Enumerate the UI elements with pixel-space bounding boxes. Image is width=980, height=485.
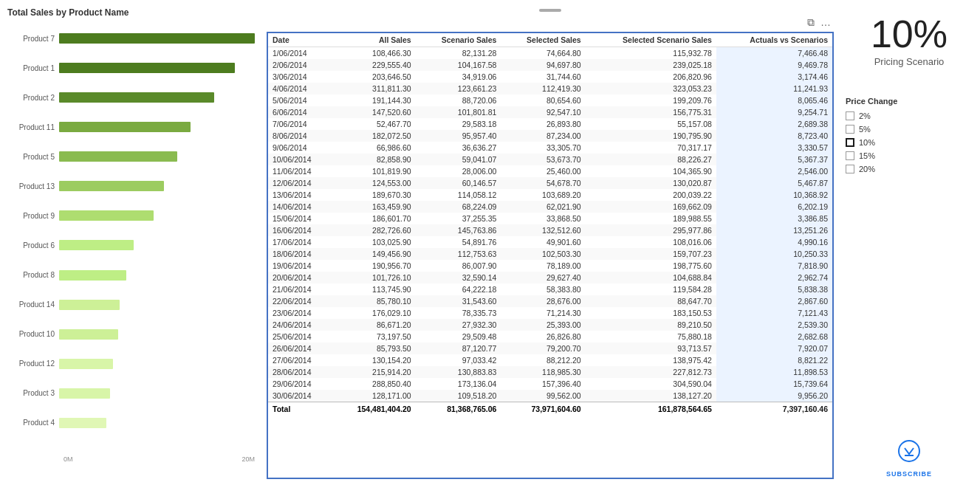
- bar-row: Product 6: [7, 237, 255, 253]
- table-cell: 9,254.71: [716, 106, 832, 118]
- table-cell: 130,883.83: [416, 366, 501, 378]
- bar-label: Product 8: [7, 271, 59, 279]
- table-cell: 25/06/2014: [268, 331, 332, 343]
- price-change-item[interactable]: 10%: [846, 138, 875, 147]
- table-cell: 80,654.60: [501, 94, 585, 106]
- table-cell: 8,065.46: [716, 94, 832, 106]
- table-row: 5/06/2014191,144.3088,720.0680,654.60199…: [268, 94, 832, 106]
- table-cell: 5/06/2014: [268, 94, 332, 106]
- bar-label: Product 12: [7, 360, 59, 368]
- table-row: 29/06/2014288,850.40173,136.04157,396.40…: [268, 378, 832, 390]
- more-options-icon[interactable]: …: [820, 16, 831, 29]
- bar-label: Product 2: [7, 94, 59, 102]
- table-cell: 8,821.22: [716, 354, 832, 366]
- drag-handle[interactable]: [539, 9, 561, 12]
- price-change-checkbox[interactable]: [846, 138, 854, 147]
- price-change-checkbox[interactable]: [846, 151, 854, 160]
- table-cell: 13/06/2014: [268, 189, 332, 201]
- price-change-checkbox[interactable]: [846, 111, 854, 120]
- table-row: 7/06/201452,467.7029,583.1826,893.8055,1…: [268, 118, 832, 130]
- table-total-cell: 81,368,765.06: [416, 402, 501, 416]
- table-cell: 101,726.10: [332, 272, 415, 283]
- table-cell: 66,986.60: [332, 142, 415, 154]
- table-row: 15/06/2014186,601.7037,255.3533,868.5018…: [268, 213, 832, 224]
- price-change-checkbox[interactable]: [846, 165, 854, 173]
- table-cell: 163,459.90: [332, 201, 415, 213]
- bar-fill: [59, 151, 177, 162]
- table-cell: 104,365.90: [586, 165, 716, 177]
- table-cell: 9,956.20: [716, 390, 832, 402]
- table-cell: 37,255.35: [416, 213, 501, 224]
- table-cell: 53,673.70: [501, 154, 585, 165]
- table-row: 25/06/201473,197.5029,509.4826,826.8075,…: [268, 331, 832, 343]
- bar-label: Product 5: [7, 153, 59, 161]
- price-change-checkbox[interactable]: [846, 125, 854, 134]
- table-cell: 5,838.38: [716, 283, 832, 295]
- price-change-item[interactable]: 15%: [846, 151, 875, 160]
- bar-label: Product 7: [7, 35, 59, 43]
- table-cell: 7,466.48: [716, 47, 832, 60]
- bar-chart-panel: Total Sales by Product Name Product 7Pro…: [0, 0, 262, 485]
- table-cell: 229,555.40: [332, 59, 415, 71]
- price-change-title: Price Change: [846, 97, 897, 106]
- bar-row: Product 11: [7, 119, 255, 135]
- bar-row: Product 1: [7, 60, 255, 76]
- table-cell: 145,763.86: [416, 224, 501, 236]
- table-cell: 36,636.27: [416, 142, 501, 154]
- table-cell: 71,214.30: [501, 307, 585, 319]
- table-cell: 31,543.60: [416, 295, 501, 307]
- bar-row: Product 4: [7, 415, 255, 431]
- subscribe-label[interactable]: SUBSCRIBE: [886, 470, 932, 478]
- bar-track: [59, 63, 255, 73]
- table-cell: 94,697.80: [501, 59, 585, 71]
- table-cell: 30/06/2014: [268, 390, 332, 402]
- price-change-item[interactable]: 20%: [846, 165, 875, 173]
- bar-label: Product 3: [7, 389, 59, 397]
- table-row: 6/06/2014147,520.60101,801.8192,547.1015…: [268, 106, 832, 118]
- bar-track: [59, 181, 255, 191]
- table-cell: 206,820.96: [586, 71, 716, 83]
- bar-fill: [59, 329, 118, 340]
- table-cell: 28/06/2014: [268, 366, 332, 378]
- price-change-item[interactable]: 2%: [846, 111, 875, 120]
- table-cell: 4,990.16: [716, 236, 832, 248]
- expand-icon[interactable]: ⧉: [807, 16, 815, 29]
- table-cell: 78,189.00: [501, 260, 585, 272]
- bar-fill: [59, 388, 110, 399]
- table-cell: 29/06/2014: [268, 378, 332, 390]
- table-cell: 176,029.10: [332, 307, 415, 319]
- bar-row: Product 12: [7, 356, 255, 372]
- bar-fill: [59, 63, 235, 73]
- table-cell: 87,120.77: [416, 343, 501, 354]
- table-total-cell: Total: [268, 402, 332, 416]
- table-cell: 2,682.68: [716, 331, 832, 343]
- table-scroll-area[interactable]: Date All Sales Scenario Sales Selected S…: [268, 33, 832, 478]
- table-head: Date All Sales Scenario Sales Selected S…: [268, 33, 832, 47]
- table-cell: 99,562.00: [501, 390, 585, 402]
- table-cell: 11,241.93: [716, 83, 832, 94]
- table-header-row: Date All Sales Scenario Sales Selected S…: [268, 33, 832, 47]
- table-cell: 10/06/2014: [268, 154, 332, 165]
- price-change-item[interactable]: 5%: [846, 125, 875, 134]
- bar-row: Product 7: [7, 30, 255, 47]
- table-cell: 103,025.90: [332, 236, 415, 248]
- table-cell: 28,676.00: [501, 295, 585, 307]
- bar-fill: [59, 300, 120, 310]
- table-cell: 34,919.06: [416, 71, 501, 83]
- table-cell: 112,753.63: [416, 248, 501, 260]
- table-cell: 189,670.30: [332, 189, 415, 201]
- col-date: Date: [268, 33, 332, 47]
- table-cell: 149,456.90: [332, 248, 415, 260]
- table-cell: 19/06/2014: [268, 260, 332, 272]
- table-row: 9/06/201466,986.6036,636.2733,305.7070,3…: [268, 142, 832, 154]
- table-cell: 6/06/2014: [268, 106, 332, 118]
- table-cell: 74,664.80: [501, 47, 585, 60]
- right-panel: 10% Pricing Scenario Price Change 2%5%10…: [838, 0, 980, 485]
- x-axis: 0M 20M: [7, 455, 255, 463]
- bar-track: [59, 92, 255, 103]
- table-cell: 3,174.46: [716, 71, 832, 83]
- table-cell: 88,647.70: [586, 295, 716, 307]
- svg-point-0: [899, 441, 919, 461]
- price-change-label: 10%: [859, 138, 875, 147]
- bar-fill: [59, 92, 214, 103]
